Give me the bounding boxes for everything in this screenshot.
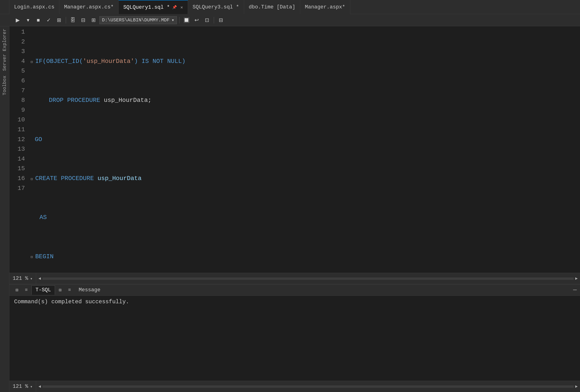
line-num-14: 14 [9,154,25,164]
bottom-icon-4[interactable]: ≡ [65,286,74,294]
line-num-7: 7 [9,86,25,96]
collapse-icon-1[interactable]: ⊟ [30,59,35,64]
code-line-5: AS [30,213,580,222]
db-path-dropdown[interactable]: D:\USERS\ALBIN\DUMMY.MDF ▾ [99,16,177,24]
server-explorer-label: Server Explorer [2,29,7,71]
bottom-scroll-left[interactable]: ◄ [38,384,41,389]
toolbar-btn-2[interactable]: ⊟ [79,16,88,24]
bottom-panel: ⊞ ≡ T-SQL ⊞ ≡ Message ─ Command(s) compl… [9,284,580,392]
tab-bar: Login.aspx.cs Manager.aspx.cs* SQLQuery1… [0,0,580,14]
editor-bottom-bar: 121 % ▾ ◄ ► [9,273,580,284]
line-num-1: 1 [9,27,25,37]
zoom-level: 121 % [13,276,28,282]
editor-area: 1 2 3 4 5 6 7 8 9 10 11 12 13 14 15 16 1… [9,26,580,392]
line-num-8: 8 [9,96,25,105]
result-text: Command(s) completed successfully. [14,298,129,305]
bottom-tab-bar: ⊞ ≡ T-SQL ⊞ ≡ Message ─ [9,285,580,296]
bottom-zoom-section: 121 % ▾ [9,381,36,392]
tab-tsql[interactable]: T-SQL [31,286,55,295]
db-icon[interactable]: 🗄 [68,16,77,24]
code-line-2: DROP PROCEDURE usp_HourData; [30,96,580,105]
tab-manager-aspx-label: Manager.aspx* [305,4,345,10]
scroll-left-arrow[interactable]: ◄ [38,276,41,281]
toolbar-btn-5[interactable]: ↩ [192,16,201,24]
main-area: Server Explorer Toolbox 1 2 3 4 5 6 7 8 … [0,26,580,392]
scroll-right-arrow[interactable]: ► [575,276,578,281]
db-path-text: D:\USERS\ALBIN\DUMMY.MDF [102,17,170,23]
line-num-2: 2 [9,37,25,47]
db-path-arrow: ▾ [171,17,174,23]
collapse-icon-6[interactable]: ⊟ [30,254,35,259]
bottom-scroll-track[interactable] [42,386,574,388]
line-numbers: 1 2 3 4 5 6 7 8 9 10 11 12 13 14 15 16 1… [9,26,28,273]
line-num-10: 10 [9,115,25,125]
dropdown-btn[interactable]: ▾ [23,16,32,24]
scroll-track[interactable] [42,278,574,280]
kw-as: AS [39,213,47,222]
kw-if: IF(OBJECT_ID( [35,57,83,66]
tab-sqlquery1-label: SQLQuery1.sql * [123,4,170,10]
tab-tsql-label: T-SQL [35,287,51,293]
check-button[interactable]: ✓ [44,16,53,24]
str-usp: 'usp_HourData' [83,57,134,66]
line-num-6: 6 [9,76,25,86]
tab-sqlquery1[interactable]: SQLQuery1.sql * 📌 ✕ [119,0,188,14]
line-num-9: 9 [9,105,25,115]
code-line-3: GO [30,135,580,145]
tab-manager-aspx[interactable]: Manager.aspx* [300,0,350,14]
toolbar-btn-7[interactable]: ⊟ [216,16,225,24]
tab-manager-cs[interactable]: Manager.aspx.cs* [59,0,119,14]
line-num-3: 3 [9,47,25,57]
line-num-4: 4 [9,57,25,66]
line-num-15: 15 [9,164,25,174]
code-line-1: ⊟ IF(OBJECT_ID('usp_HourData') IS NOT NU… [30,57,580,66]
toolbox-label: Toolbox [2,76,7,95]
tab-login-label: Login.aspx.cs [14,4,54,10]
line-num-5: 5 [9,66,25,76]
kw-go: GO [35,135,42,145]
line-num-11: 11 [9,125,25,135]
code-line-4: ⊟ CREATE PROCEDURE usp_HourData [30,174,580,184]
bottom-icon-2[interactable]: ≡ [22,286,30,294]
tab-manager-cs-label: Manager.aspx.cs* [64,4,114,10]
bottom-zoom-bar: 121 % ▾ ◄ ► [9,381,580,392]
run-button[interactable]: ▶ [13,16,22,24]
bottom-icon-3[interactable]: ⊞ [56,286,64,294]
toolbar-sep-2 [179,17,179,23]
toolbar-btn-6[interactable]: ⊡ [202,16,211,24]
tab-sqlquery3-label: SQLQuery3.sql * [193,4,239,10]
kw-is-not-null: ) IS NOT NULL) [134,57,185,66]
code-line-6: ⊟ BEGIN [30,252,580,262]
line-num-17: 17 [9,184,25,194]
toolbar-btn-3[interactable]: ⊞ [89,16,98,24]
line-num-16: 16 [9,174,25,184]
tab-login[interactable]: Login.aspx.cs [9,0,59,14]
tab-dbo-time-label: dbo.Time [Data] [249,4,295,10]
tab-sqlquery3[interactable]: SQLQuery3.sql * [188,0,244,14]
toolbar: ▶ ▾ ■ ✓ ⊞ 🗄 ⊟ ⊞ D:\USERS\ALBIN\DUMMY.MDF… [0,14,580,26]
tab-dbo-time[interactable]: dbo.Time [Data] [244,0,300,14]
kw-drop: DROP PROCEDURE [49,96,104,105]
kw-create: CREATE PROCEDURE [35,174,98,184]
stop-button[interactable]: ■ [34,16,43,24]
proc-name-drop: usp_HourData; [104,96,151,105]
collapse-icon-4[interactable]: ⊟ [30,177,35,181]
results-button[interactable]: ⊞ [54,16,63,24]
bottom-icon-1[interactable]: ⊞ [13,286,21,294]
code-lines[interactable]: ⊟ IF(OBJECT_ID('usp_HourData') IS NOT NU… [28,26,580,273]
sidebar-top-label [0,0,9,14]
bottom-zoom-down[interactable]: ▾ [30,384,33,389]
kw-begin: BEGIN [35,252,54,262]
line-num-12: 12 [9,135,25,145]
proc-name-create: usp_HourData [98,174,142,184]
toolbar-btn-4[interactable]: 🔲 [182,16,191,24]
tab-pin-icon[interactable]: 📌 [172,5,177,10]
tab-close-icon[interactable]: ✕ [180,5,183,10]
code-content[interactable]: 1 2 3 4 5 6 7 8 9 10 11 12 13 14 15 16 1… [9,26,580,273]
side-panel: Server Explorer Toolbox [0,26,9,392]
zoom-down-arrow[interactable]: ▾ [30,276,33,281]
line-num-13: 13 [9,144,25,154]
tab-message[interactable]: Message [75,286,104,295]
tab-message-label: Message [79,287,100,293]
bottom-scroll-right[interactable]: ► [575,384,578,389]
